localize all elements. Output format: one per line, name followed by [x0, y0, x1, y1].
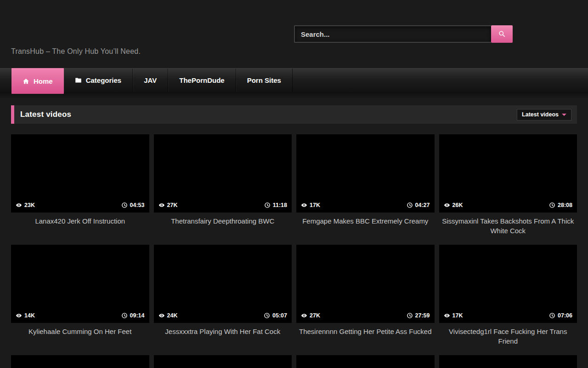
video-title[interactable]: Sissymaxinl Takes Backshots From A Thick… — [439, 216, 577, 236]
section-title: Latest videos — [20, 110, 71, 119]
search-button[interactable] — [491, 25, 513, 43]
video-thumbnail[interactable]: 23K 04:53 — [11, 134, 149, 213]
video-grid: 23K 04:53 Lanax420 Jerk Off Instruction — [11, 134, 577, 368]
nav-label: ThePornDude — [179, 76, 224, 84]
video-card[interactable] — [154, 355, 292, 368]
video-title[interactable]: Femgape Makes BBC Extremely Creamy — [296, 216, 435, 226]
video-title[interactable]: Jessxxxtra Playing With Her Fat Cock — [154, 327, 292, 336]
search-box — [294, 25, 513, 43]
video-duration: 11:18 — [264, 202, 287, 208]
video-thumbnail[interactable]: 17K 04:27 — [296, 134, 435, 213]
eye-icon — [16, 202, 22, 208]
clock-icon — [407, 312, 413, 319]
view-count: 14K — [16, 312, 35, 319]
video-meta: 27K 11:18 — [154, 202, 292, 213]
nav-item-home[interactable]: Home — [11, 68, 64, 94]
video-meta: 17K 04:27 — [296, 202, 435, 213]
nav-item-jav[interactable]: JAV — [133, 69, 168, 92]
clock-icon — [264, 312, 270, 319]
view-count: 17K — [301, 202, 320, 208]
top-header: TransHub – The Only Hub You’ll Need. — [0, 0, 588, 68]
clock-icon — [549, 202, 555, 208]
duration-text: 05:07 — [272, 312, 287, 319]
video-duration: 04:53 — [121, 202, 145, 208]
video-thumbnail[interactable]: 27K 27:59 — [296, 245, 435, 323]
view-count: 17K — [444, 312, 463, 319]
video-title[interactable]: Vivisectedg1rl Face Fucking Her Trans Fr… — [439, 327, 577, 346]
video-card[interactable] — [11, 355, 149, 368]
video-card[interactable]: 26K 28:08 Sissymaxinl Takes Backshots Fr… — [439, 134, 577, 245]
sort-dropdown[interactable]: Latest videos — [517, 109, 571, 121]
nav-label: Porn Sites — [247, 76, 281, 84]
sort-dropdown-label: Latest videos — [522, 111, 559, 118]
video-title[interactable]: Kyliehaale Cumming On Her Feet — [11, 327, 149, 336]
video-thumbnail[interactable]: 24K 05:07 — [154, 245, 292, 323]
video-thumbnail[interactable]: 17K 07:06 — [439, 245, 577, 323]
video-title[interactable]: Thetransfairy Deepthroating BWC — [154, 216, 292, 226]
view-count: 27K — [158, 202, 178, 208]
chevron-down-icon — [562, 114, 566, 116]
video-meta: 27K 27:59 — [296, 312, 435, 323]
clock-icon — [121, 202, 128, 208]
video-card[interactable]: 23K 04:53 Lanax420 Jerk Off Instruction — [11, 134, 149, 245]
nav-label: JAV — [144, 76, 157, 84]
home-icon — [23, 78, 29, 85]
video-card[interactable]: 27K 27:59 Thesirennnn Getting Her Petite… — [296, 245, 435, 355]
nav-label: Categories — [86, 76, 122, 84]
video-title[interactable]: Thesirennnn Getting Her Petite Ass Fucke… — [296, 327, 435, 336]
video-meta: 17K 07:06 — [439, 312, 577, 323]
nav-item-theporndude[interactable]: ThePornDude — [168, 69, 236, 92]
video-meta: 14K 09:14 — [11, 312, 149, 323]
video-thumbnail[interactable]: 26K 28:08 — [439, 134, 577, 213]
view-count-text: 17K — [452, 312, 463, 319]
video-card[interactable] — [439, 355, 577, 368]
nav-item-categories[interactable]: Categories — [64, 69, 133, 92]
video-thumbnail[interactable] — [154, 355, 292, 368]
duration-text: 27:59 — [415, 312, 430, 319]
video-title[interactable]: Lanax420 Jerk Off Instruction — [11, 216, 149, 226]
video-duration: 04:27 — [407, 202, 430, 208]
video-duration: 27:59 — [407, 312, 430, 319]
video-meta: 26K 28:08 — [439, 202, 577, 213]
video-meta: 24K 05:07 — [154, 312, 292, 323]
video-thumbnail[interactable] — [439, 355, 577, 368]
clock-icon — [549, 312, 555, 319]
view-count: 23K — [16, 202, 35, 208]
eye-icon — [301, 202, 307, 208]
video-thumbnail[interactable]: 14K 09:14 — [11, 245, 149, 323]
view-count: 27K — [301, 312, 320, 319]
video-duration: 28:08 — [549, 202, 572, 208]
eye-icon — [444, 312, 450, 319]
video-thumbnail[interactable] — [11, 355, 149, 368]
view-count-text: 14K — [24, 312, 35, 319]
duration-text: 04:53 — [130, 202, 145, 208]
site-tagline: TransHub – The Only Hub You’ll Need. — [11, 47, 141, 56]
video-card[interactable] — [296, 355, 435, 368]
view-count-text: 27K — [310, 312, 320, 319]
duration-text: 11:18 — [273, 202, 287, 208]
video-duration: 09:14 — [121, 312, 145, 319]
duration-text: 07:06 — [558, 312, 572, 319]
video-meta: 23K 04:53 — [11, 202, 149, 213]
video-card[interactable]: 14K 09:14 Kyliehaale Cumming On Her Feet — [11, 245, 149, 355]
search-icon — [498, 30, 506, 38]
video-thumbnail[interactable]: 27K 11:18 — [154, 134, 292, 213]
video-card[interactable]: 24K 05:07 Jessxxxtra Playing With Her Fa… — [154, 245, 292, 355]
video-card[interactable]: 17K 07:06 Vivisectedg1rl Face Fucking He… — [439, 245, 577, 355]
search-input[interactable] — [294, 25, 491, 43]
main-navbar: Home Categories JAV ThePornDude Porn Sit… — [0, 68, 588, 92]
nav-item-porn-sites[interactable]: Porn Sites — [236, 69, 293, 92]
video-duration: 05:07 — [264, 312, 287, 319]
video-card[interactable]: 27K 11:18 Thetransfairy Deepthroating BW… — [154, 134, 292, 245]
folder-icon — [75, 77, 82, 84]
view-count-text: 17K — [310, 202, 320, 208]
eye-icon — [16, 312, 22, 319]
video-duration: 07:06 — [549, 312, 572, 319]
section-header: Latest videos Latest videos — [11, 105, 577, 124]
eye-icon — [301, 312, 307, 319]
nav-label: Home — [34, 77, 53, 85]
eye-icon — [444, 202, 450, 208]
video-card[interactable]: 17K 04:27 Femgape Makes BBC Extremely Cr… — [296, 134, 435, 245]
eye-icon — [158, 312, 165, 319]
video-thumbnail[interactable] — [296, 355, 435, 368]
